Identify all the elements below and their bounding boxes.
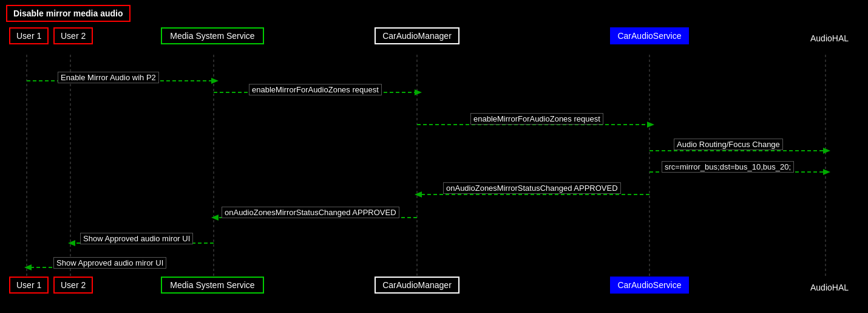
msg-label-5: src=mirror_bus;dst=bus_10,bus_20; bbox=[662, 161, 794, 173]
svg-marker-19 bbox=[211, 215, 219, 221]
svg-marker-9 bbox=[415, 89, 422, 95]
msg-label-7: onAudioZonesMirrorStatusChanged APPROVED bbox=[222, 207, 399, 218]
svg-marker-13 bbox=[823, 148, 830, 154]
svg-marker-17 bbox=[415, 191, 422, 198]
msg-label-6: onAudioZonesMirrorStatusChanged APPROVED bbox=[443, 182, 621, 194]
svg-marker-15 bbox=[823, 169, 830, 175]
svg-marker-7 bbox=[211, 78, 219, 84]
msg-label-8: Show Approved audio miror UI bbox=[80, 233, 193, 244]
svg-marker-11 bbox=[647, 122, 654, 128]
sequence-diagram: Disable mirror media audio User 1 User 2… bbox=[0, 0, 868, 313]
msg-label-4: Audio Routing/Focus Change bbox=[674, 139, 783, 150]
msg-label-2: enableMirrorForAudioZones request bbox=[249, 84, 382, 95]
svg-marker-23 bbox=[24, 264, 32, 270]
svg-marker-21 bbox=[68, 240, 75, 246]
msg-label-9: Show Approved audio miror UI bbox=[53, 257, 166, 269]
msg-label-3: enableMirrorForAudioZones request bbox=[470, 113, 603, 125]
msg-label-1: Enable Mirror Audio wih P2 bbox=[58, 72, 159, 83]
